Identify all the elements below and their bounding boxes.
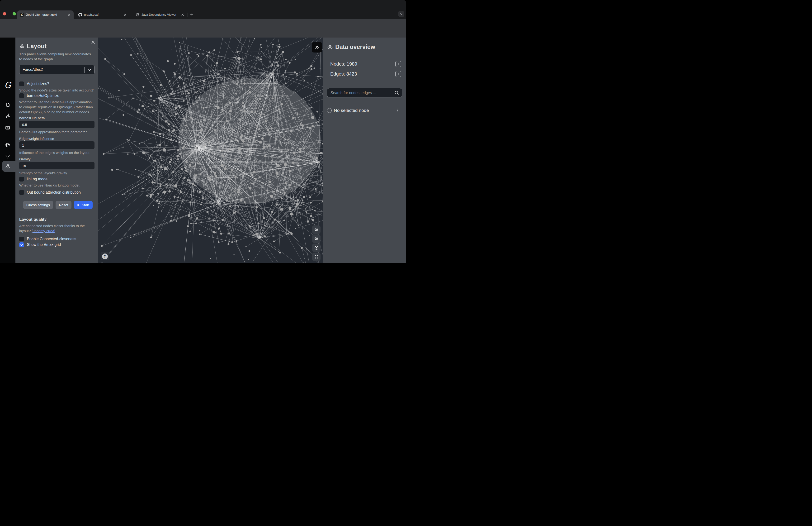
field-description: Influence of the edge's weights on the l… xyxy=(19,150,95,155)
tab-search-button[interactable] xyxy=(398,11,404,17)
edge-weight-influence-input[interactable] xyxy=(19,141,95,149)
field-description: Whether to use Noack's LinLog model. xyxy=(19,183,95,188)
sidebar-item-filters[interactable] xyxy=(4,154,11,160)
barnes-hut-theta-input[interactable] xyxy=(19,121,95,128)
sidebar-item-appearance[interactable] xyxy=(4,142,11,148)
nodes-count: Nodes: 1989 xyxy=(330,61,357,67)
graph-canvas[interactable] xyxy=(98,38,323,263)
layout-actions: Guess settings Reset Start xyxy=(19,201,95,209)
outbound-attraction-row: Out bound attraction distribution xyxy=(19,190,95,195)
plus-icon xyxy=(397,62,400,66)
layout-quality-section: Layout quality Are connected nodes close… xyxy=(19,213,95,247)
start-button[interactable]: Start xyxy=(74,201,92,209)
sidebar-item-statistics[interactable] xyxy=(4,125,11,131)
search-box xyxy=(327,88,402,97)
checkbox-label[interactable]: Out bound attraction distribution xyxy=(27,190,81,195)
field-description: Whether to use the Barnes-Hut approximat… xyxy=(19,100,95,114)
tab-close-icon[interactable] xyxy=(180,13,185,17)
algorithm-value: ForceAtlas2 xyxy=(23,68,43,72)
chevron-down-icon xyxy=(88,68,91,72)
show-dmax-grid-checkbox[interactable] xyxy=(19,242,24,247)
gephi-logo[interactable]: G xyxy=(2,80,13,90)
center-view-button[interactable] xyxy=(312,243,320,252)
data-overview-panel: Data overview Nodes: 1989 Edges: 8423 No… xyxy=(323,38,406,263)
checkbox-label[interactable]: Show the Δmax grid xyxy=(27,243,61,247)
show-grid-row: Show the Δmax grid xyxy=(19,242,95,247)
panel-title: Data overview xyxy=(335,43,375,51)
minimize-window-button[interactable] xyxy=(8,12,11,15)
data-overview-header: Data overview xyxy=(327,43,402,51)
field-description: Strength of the layout's gravity xyxy=(19,171,95,175)
gravity-input[interactable] xyxy=(19,162,95,169)
zoom-out-button[interactable] xyxy=(312,234,320,243)
play-icon xyxy=(77,203,80,207)
search-divider xyxy=(392,90,392,96)
linlog-checkbox[interactable] xyxy=(19,177,24,182)
selection-menu-kebab-icon[interactable] xyxy=(395,108,400,113)
checkbox-label[interactable]: linLog mode xyxy=(27,177,47,181)
enable-connected-closeness-checkbox[interactable] xyxy=(19,237,24,241)
layout-icon xyxy=(19,43,25,49)
algorithm-select[interactable]: ForceAtlas2 xyxy=(19,65,95,74)
new-tab-button[interactable] xyxy=(189,12,195,18)
expand-panel-button[interactable] xyxy=(312,42,322,53)
adjust-sizes-checkbox[interactable] xyxy=(19,82,24,86)
checkbox-label[interactable]: barnesHutOptimize xyxy=(27,94,59,98)
layout-quality-title: Layout quality xyxy=(19,217,95,222)
question-mark-icon xyxy=(102,254,108,259)
gephi-favicon: G xyxy=(20,13,24,17)
tab-title: Java Dependency Viewer xyxy=(142,13,176,16)
layout-panel: Layout This panel allows computing new c… xyxy=(15,38,98,263)
enable-cc-row: Enable Connected-closeness xyxy=(19,237,95,241)
sidebar-item-file[interactable] xyxy=(4,102,11,108)
field-description: Barnes-Hut approximation theta parameter xyxy=(19,129,95,134)
add-edge-button[interactable] xyxy=(395,71,401,77)
help-button[interactable] xyxy=(101,252,109,260)
tab-title: Gephi Lite - graph.gexf xyxy=(26,13,57,16)
search-input[interactable] xyxy=(327,91,387,95)
edges-count: Edges: 8423 xyxy=(330,71,357,77)
sidebar-item-graph[interactable] xyxy=(4,113,11,119)
linlog-row: linLog mode xyxy=(19,177,95,182)
search-icon[interactable] xyxy=(394,90,400,96)
sidebar-item-layout[interactable] xyxy=(4,163,11,169)
close-window-button[interactable] xyxy=(3,12,6,15)
jacomy-2023-link[interactable]: (Jacomy 2023) xyxy=(32,229,55,233)
tab-gephi-lite[interactable]: G Gephi Lite - graph.gexf xyxy=(17,11,74,19)
tab-title: graph.gexf xyxy=(84,13,99,16)
field-description: Should the node's sizes be taken into ac… xyxy=(19,88,95,93)
close-panel-icon[interactable] xyxy=(91,40,96,45)
tab-github-graph[interactable]: graph.gexf xyxy=(75,11,130,19)
zoom-in-button[interactable] xyxy=(312,226,320,234)
app-sidebar: G i xyxy=(0,38,15,263)
double-chevron-right-icon xyxy=(315,45,319,49)
guess-settings-button[interactable]: Guess settings xyxy=(23,201,53,209)
tab-close-icon[interactable] xyxy=(123,13,127,17)
browser-toolbar: gephi.org/gephi-lite/ xyxy=(0,19,406,30)
globe-icon xyxy=(136,13,140,17)
panel-title: Layout xyxy=(27,43,46,49)
add-node-button[interactable] xyxy=(395,61,401,67)
nodes-stat-row: Nodes: 1989 xyxy=(327,61,402,67)
barnes-hut-optimize-checkbox[interactable] xyxy=(19,94,24,98)
zoom-window-button[interactable] xyxy=(13,12,16,15)
adjust-sizes-row: Adjust sizes? xyxy=(19,82,95,86)
layout-quality-question: Are connected nodes closer thanks to the… xyxy=(19,223,95,233)
select-divider xyxy=(84,67,85,73)
tab-close-icon[interactable] xyxy=(67,13,71,17)
checkbox-label[interactable]: Enable Connected-closeness xyxy=(27,237,76,241)
plus-icon xyxy=(397,72,400,75)
gephi-lite-app: G i xyxy=(0,38,406,263)
github-icon xyxy=(78,13,82,17)
checkbox-label[interactable]: Adjust sizes? xyxy=(27,82,49,86)
empty-node-icon xyxy=(327,108,332,113)
barnes-hut-optimize-row: barnesHutOptimize xyxy=(19,94,95,98)
tab-java-dependency[interactable]: Java Dependency Viewer xyxy=(133,11,187,19)
field-label: barnesHutTheta xyxy=(19,116,95,120)
network-graph[interactable] xyxy=(98,38,323,263)
no-selection-label: No selected node xyxy=(334,108,369,113)
fullscreen-button[interactable] xyxy=(312,253,320,261)
outbound-attraction-checkbox[interactable] xyxy=(19,190,24,195)
reset-button[interactable]: Reset xyxy=(56,201,71,209)
fullscreen-icon xyxy=(314,254,319,259)
